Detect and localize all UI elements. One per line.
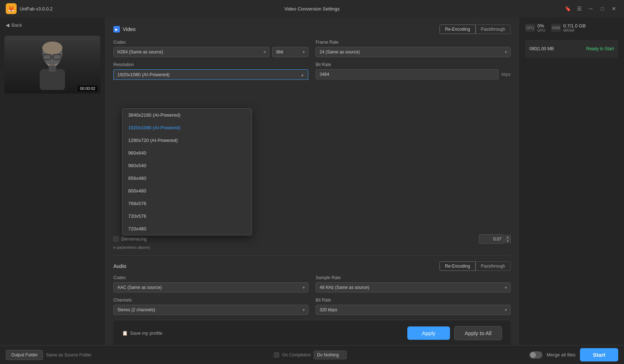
video-timestamp: 00:00:02 [78,86,98,91]
codec-selects-row: H264 (Same as source) H265 AV1 ▼ 8bit 10… [113,47,308,57]
close-button[interactable]: ✕ [610,4,618,13]
spinner-buttons: ▲ ▼ [505,235,511,243]
app-window: 🦊 UniFab v3.0.0.2 Video Conversion Setti… [0,0,624,364]
spinner-row: ▲ ▼ [479,234,511,244]
spinner-input[interactable] [479,234,504,244]
resolution-bitrate-row: Resolution 1920x1080 (AI-Powered) ▲ Bit … [113,62,511,80]
gpu-icon: GPU [525,24,535,32]
audio-tab-group: Re-Encoding Passthrough [439,261,511,271]
save-profile-label: Save my profile [130,330,162,336]
mram-icon: RAM [551,24,561,32]
audio-channels-col: Channels Stereo (2 channels) Mono 5.1 ▼ [113,298,308,315]
completion-label: On Completion [282,352,311,358]
resolution-option-8[interactable]: 768x576 [122,197,252,210]
completion-select[interactable]: Do Nothing Shutdown [314,351,347,359]
audio-passthrough-tab[interactable]: Passthrough [476,261,511,271]
resolution-option-5[interactable]: 960x540 [122,159,252,172]
sample-rate-col: Sample Rate 48 KHz (Same as source) 44.1… [316,275,511,292]
output-folder-button[interactable]: Output Folder [6,350,43,360]
codec-framerate-row: Codec H264 (Same as source) H265 AV1 ▼ [113,40,511,57]
bitrate-input-row: kbps [316,69,511,79]
resolution-option-6[interactable]: 856x480 [122,172,252,185]
audio-reencoding-tab[interactable]: Re-Encoding [439,261,475,271]
audio-codec-select[interactable]: AAC (Same as source) MP3 AC3 [113,282,308,292]
back-button[interactable]: ◀ Back [0,17,105,33]
hint-text: e parameters above) [113,245,511,250]
mram-stat: RAM 0.7/1.0 GB MRAM [551,23,586,32]
save-profile-button[interactable]: 📋 Save my profile [122,330,162,336]
audio-bitrate-select[interactable]: 320 kbps 128 kbps 192 kbps [316,305,511,315]
gpu-value: 0% [537,23,545,29]
apply-button[interactable]: Apply [407,326,450,340]
audio-bitrate-select-wrapper: 320 kbps 128 kbps 192 kbps ▼ [316,305,511,315]
resolution-select-display[interactable]: 1920x1080 (AI-Powered) ▲ [113,69,308,80]
resolution-option-2[interactable]: 1920x1080 (AI-Powered) [122,121,252,134]
resolution-arrow-icon: ▲ [300,73,304,77]
main-layout: ◀ Back [0,17,624,345]
video-section-title: ▶ Video [113,26,136,32]
bitrate-label: Bit Rate [316,62,511,67]
bottom-bar: 📋 Save my profile Apply Apply to All [113,320,511,345]
resolution-option-9[interactable]: 720x576 [122,210,252,222]
back-label: Back [12,22,22,28]
merge-label: Merge all files [547,352,576,358]
codec-select[interactable]: H264 (Same as source) H265 AV1 [113,47,269,57]
channels-select[interactable]: Stereo (2 channels) Mono 5.1 [113,305,308,315]
app-logo-icon: 🦊 [6,3,17,14]
file-info-text: 080|1.00 MB [529,46,554,51]
audio-codec-label: Codec [113,275,308,280]
video-reencoding-tab[interactable]: Re-Encoding [439,25,475,34]
video-label: Video [123,26,136,32]
bitdepth-select-wrapper: 8bit 10bit ▼ [272,47,308,57]
minimize-button[interactable]: ─ [586,4,595,13]
deinterlacing-checkbox[interactable] [113,237,118,242]
apply-all-button[interactable]: Apply to All [454,326,502,340]
audio-section-header: Audio Re-Encoding Passthrough [113,261,511,271]
thumbnail-area: 00:00:02 [4,36,100,94]
maximize-button[interactable]: □ [598,4,607,13]
channels-label: Channels [113,298,308,303]
merge-toggle[interactable] [529,351,542,359]
output-row: Output Folder Same as Source Folder [6,350,91,360]
stats-row: GPU 0% GPU RAM 0.7/1.0 GB MRAM [525,23,618,32]
codec-col: Codec H264 (Same as source) H265 AV1 ▼ [113,40,308,57]
resolution-current-value: 1920x1080 (AI-Powered) [117,72,170,77]
bitrate-input[interactable] [316,69,499,79]
codec-select-wrapper: H264 (Same as source) H265 AV1 ▼ [113,47,269,57]
video-passthrough-tab[interactable]: Passthrough [476,25,511,34]
file-info-panel: 080|1.00 MB Ready to Start [525,40,618,58]
start-button[interactable]: Start [580,348,618,361]
output-path: Same as Source Folder [46,352,91,358]
title-bar: 🦊 UniFab v3.0.0.2 Video Conversion Setti… [0,0,624,17]
svg-rect-5 [40,69,65,90]
resolution-option-10[interactable]: 720x480 [122,222,252,235]
resolution-dropdown: 3840x2160 (AI-Powered) 1920x1080 (AI-Pow… [122,108,252,235]
audio-bitrate-col: Bit Rate 320 kbps 128 kbps 192 kbps ▼ [316,298,511,315]
resolution-col: Resolution 1920x1080 (AI-Powered) ▲ [113,62,308,80]
bookmark-button[interactable]: 🔖 [563,4,572,13]
gpu-label: GPU [537,29,545,32]
framerate-select[interactable]: 24 (Same as source) 25 30 60 [316,47,511,57]
merge-toggle-knob [530,352,536,358]
framerate-col: Frame Rate 24 (Same as source) 25 30 60 … [316,40,511,57]
deinterlacing-label: Deinterlacing [121,237,147,242]
audio-channels-bitrate-row: Channels Stereo (2 channels) Mono 5.1 ▼ … [113,298,511,315]
resolution-option-7[interactable]: 800x480 [122,185,252,197]
codec-label: Codec [113,40,308,45]
completion-checkbox[interactable] [274,352,279,358]
audio-label: Audio [113,263,126,269]
resolution-option-1[interactable]: 3840x2160 (AI-Powered) [122,109,252,121]
spinner-down-button[interactable]: ▼ [505,239,511,243]
resolution-option-3[interactable]: 1280x720 (AI-Powered) [122,134,252,147]
sample-rate-label: Sample Rate [316,275,511,280]
bitdepth-select[interactable]: 8bit 10bit [272,47,308,57]
audio-bitrate-label: Bit Rate [316,298,511,303]
spinner-up-button[interactable]: ▲ [505,235,511,239]
svg-rect-6 [49,65,56,72]
resolution-option-4[interactable]: 960x640 [122,147,252,159]
sample-rate-select[interactable]: 48 KHz (Same as source) 44.1 KHz [316,282,511,292]
channels-select-wrapper: Stereo (2 channels) Mono 5.1 ▼ [113,305,308,315]
title-bar-controls: 🔖 ☰ ─ □ ✕ [563,4,618,13]
menu-button[interactable]: ☰ [575,4,584,13]
bitrate-unit: kbps [502,72,511,77]
